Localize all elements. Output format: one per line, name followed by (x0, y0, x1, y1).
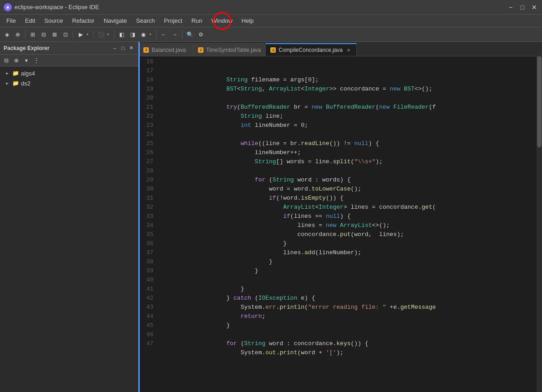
line-34: 34 (139, 221, 157, 230)
editor-tabs: J Balanced.java J TimeSymbolTable.java J… (139, 42, 542, 56)
tab-icon-compileconcordance: J (270, 47, 276, 53)
main-layout: Package Explorer − □ ✕ ⊟ ⊕ ▾ ⋮ ▶ 📁 algs4… (0, 42, 542, 392)
line-25: 25 (139, 139, 157, 148)
scrollbar-thumb[interactable] (537, 56, 542, 147)
panel-content: ▶ 📁 algs4 ▶ 📁 ds2 (0, 66, 138, 392)
code-content[interactable]: String filename = args[0]; BST<String, A… (161, 56, 537, 392)
line-42: 42 (139, 294, 157, 303)
menu-refactor[interactable]: Refactor (68, 15, 99, 26)
package-explorer-panel: Package Explorer − □ ✕ ⊟ ⊕ ▾ ⋮ ▶ 📁 algs4… (0, 42, 139, 392)
tab-icon-timesymbol: J (198, 47, 203, 53)
toolbar-sep-6 (182, 30, 182, 39)
panel-minimize-btn[interactable]: − (111, 45, 118, 52)
toolbar-debug-arrow[interactable]: ▾ (107, 30, 111, 40)
menu-source[interactable]: Source (40, 15, 67, 26)
panel-header: Package Explorer − □ ✕ (0, 42, 138, 55)
line-31: 31 (139, 194, 157, 203)
line-40: 40 (139, 276, 157, 285)
line-27: 27 (139, 157, 157, 166)
menu-project[interactable]: Project (159, 15, 187, 26)
toolbar-btn-5[interactable]: ⊠ (50, 30, 60, 40)
menu-run[interactable]: Run (187, 15, 207, 26)
line-numbers: 16 17 18 19 20 21 22 23 24 25 26 27 28 2… (139, 56, 161, 392)
line-36: 36 (139, 239, 157, 248)
line-24: 24 (139, 130, 157, 139)
toolbar-persp-arrow[interactable]: ▾ (149, 30, 154, 40)
toolbar-btn-8[interactable]: ⬛ (96, 30, 106, 40)
code-line-40: } (162, 276, 537, 285)
toolbar-btn-13[interactable]: → (170, 30, 180, 40)
line-19: 19 (139, 85, 157, 94)
line-26: 26 (139, 148, 157, 157)
menu-window[interactable]: Window (207, 15, 237, 26)
maximize-button[interactable]: □ (518, 3, 527, 11)
line-45: 45 (139, 321, 157, 330)
code-line-17: String filename = args[0]; (162, 66, 537, 75)
toolbar-run-arrow[interactable]: ▾ (86, 30, 91, 40)
panel-close-btn[interactable]: ✕ (127, 45, 135, 52)
tab-balanced[interactable]: J Balanced.java (139, 43, 193, 56)
toolbar-btn-10[interactable]: ◨ (127, 30, 137, 40)
editor-panel: J Balanced.java J TimeSymbolTable.java J… (139, 42, 542, 392)
panel-more[interactable]: ⋮ (32, 56, 41, 65)
line-22: 22 (139, 112, 157, 121)
menu-edit[interactable]: Edit (20, 15, 40, 26)
tab-compileconcordance[interactable]: J CompileConcordance.java ✕ (266, 43, 357, 56)
toolbar-btn-new[interactable]: ◈ (2, 30, 12, 40)
toolbar-sep-4 (114, 30, 114, 39)
toolbar-btn-2[interactable]: ⊕ (13, 30, 23, 40)
toolbar-sep-1 (25, 30, 25, 39)
tab-label-timesymbol: TimeSymbolTable.java (206, 47, 261, 53)
tree-item-algs4[interactable]: ▶ 📁 algs4 (0, 68, 138, 78)
tab-close-compileconcordance[interactable]: ✕ (345, 47, 352, 53)
line-33: 33 (139, 212, 157, 221)
tab-timesymbol[interactable]: J TimeSymbolTable.java (193, 43, 266, 56)
toolbar-btn-3[interactable]: ⊞ (28, 30, 38, 40)
line-41: 41 (139, 285, 157, 294)
toolbar-btn-6[interactable]: ⊡ (61, 30, 71, 40)
panel-collapse-all[interactable]: ⊟ (2, 56, 11, 65)
toolbar-btn-14[interactable]: ⚙ (196, 30, 206, 40)
menu-bar: File Edit Source Refactor Navigate Searc… (0, 15, 542, 27)
app-icon: ◉ (4, 3, 12, 11)
code-editor: 16 17 18 19 20 21 22 23 24 25 26 27 28 2… (139, 56, 542, 392)
line-43: 43 (139, 303, 157, 312)
line-44: 44 (139, 312, 157, 321)
menu-file[interactable]: File (2, 15, 20, 26)
toolbar-btn-4[interactable]: ⊟ (39, 30, 49, 40)
folder-icon-ds2: 📁 (12, 80, 19, 87)
line-21: 21 (139, 103, 157, 112)
toolbar: ◈ ⊕ ⊞ ⊟ ⊠ ⊡ ▶ ▾ ⬛ ▾ ◧ ◨ ◉ ▾ ← → 🔍 ⚙ (0, 27, 542, 42)
tab-icon-balanced: J (143, 47, 149, 53)
right-scrollbar[interactable] (537, 56, 542, 392)
toolbar-sep-3 (93, 30, 94, 39)
line-29: 29 (139, 176, 157, 185)
panel-link-editor[interactable]: ⊕ (12, 56, 21, 65)
line-28: 28 (139, 166, 157, 176)
toolbar-btn-9[interactable]: ◧ (117, 30, 127, 40)
code-line-46: for (String word : concordance.keys()) { (162, 330, 537, 339)
toolbar-btn-7[interactable]: ▶ (76, 30, 86, 40)
code-line-24: while((line = br.readLine()) != null) { (162, 130, 537, 139)
line-37: 37 (139, 248, 157, 257)
toolbar-btn-search[interactable]: 🔍 (185, 30, 195, 40)
tab-label-compileconcordance: CompileConcordance.java (279, 47, 343, 53)
menu-navigate[interactable]: Navigate (99, 15, 132, 26)
title-bar: ◉ eclipse-workspace - Eclipse IDE − □ ✕ (0, 0, 542, 15)
menu-help[interactable]: Help (237, 15, 258, 26)
close-button[interactable]: ✕ (530, 3, 538, 11)
tree-arrow-ds2: ▶ (4, 80, 11, 87)
minimize-button[interactable]: − (507, 3, 515, 11)
line-47: 47 (139, 339, 157, 348)
menu-search[interactable]: Search (132, 15, 159, 26)
panel-title: Package Explorer (4, 45, 111, 51)
panel-maximize-btn[interactable]: □ (119, 45, 127, 52)
toolbar-sep-2 (73, 30, 73, 39)
folder-icon-algs4: 📁 (12, 70, 19, 77)
tree-label-algs4: algs4 (21, 70, 35, 77)
code-line-28: for (String word : words) { (162, 166, 537, 176)
toolbar-btn-11[interactable]: ◉ (138, 30, 148, 40)
tree-item-ds2[interactable]: ▶ 📁 ds2 (0, 78, 138, 88)
panel-view-menu[interactable]: ▾ (22, 56, 31, 65)
toolbar-btn-12[interactable]: ← (159, 30, 169, 40)
